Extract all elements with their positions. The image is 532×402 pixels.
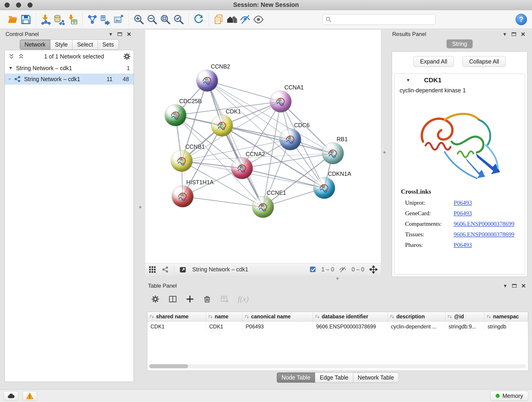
refresh-view-button[interactable] (192, 12, 205, 27)
zoom-in-button[interactable] (132, 12, 146, 27)
table-panel-float-button[interactable] (510, 282, 518, 289)
column-header[interactable]: name (206, 312, 242, 321)
column-header[interactable]: namespac (484, 312, 528, 321)
cell-database-identifier[interactable]: 9606.ENSP00000378699 (313, 322, 388, 332)
import-table-button[interactable] (66, 12, 79, 27)
minimize-window-button[interactable] (16, 2, 21, 7)
network-canvas[interactable]: CCNB2CCNA1CDC25BCDK1CDC6RB1CCNB1CCNA2CDK… (145, 30, 381, 263)
column-header[interactable]: shared name (147, 312, 206, 321)
cell-description[interactable]: cyclin-dependent ... (388, 322, 445, 332)
zoom-window-button[interactable] (27, 2, 32, 7)
crosslink-link-tissues[interactable]: 9606.ENSP00000378699 (454, 231, 514, 238)
crosslink-link-uniprot[interactable]: P06493 (454, 199, 472, 206)
cell-name[interactable]: CDK1 (206, 322, 242, 332)
import-network-file-button[interactable] (39, 12, 52, 27)
move-crosshair-icon[interactable] (369, 266, 378, 273)
string-results-tab[interactable]: String (447, 39, 472, 48)
birds-eye-grid-icon[interactable] (148, 266, 156, 273)
tab-select[interactable]: Select (72, 39, 98, 50)
control-panel-menu-caret-icon[interactable]: ▾ (107, 31, 114, 38)
cell-canonical-name[interactable]: P06493 (242, 322, 313, 332)
network-node-CDC25B[interactable] (165, 104, 186, 126)
save-session-button[interactable] (19, 12, 32, 27)
open-session-button[interactable] (6, 12, 19, 27)
share-network-icon[interactable] (161, 266, 169, 273)
network-overview-button[interactable] (225, 12, 239, 27)
crosslink-link-compartments[interactable]: 9606.ENSP00000378699 (454, 220, 514, 227)
show-columns-icon[interactable] (169, 296, 177, 303)
network-node-CDKN1A[interactable] (313, 177, 335, 199)
network-node-RB1[interactable] (322, 143, 344, 164)
show-all-button[interactable] (252, 12, 265, 27)
crosslink-link-pharos[interactable]: P06493 (454, 242, 472, 249)
table-row[interactable]: CDK1 CDK1 P06493 9606.ENSP00000378699 cy… (147, 322, 528, 332)
table-panel-close-button[interactable] (520, 282, 527, 289)
column-header[interactable]: database identifier (313, 312, 388, 321)
results-panel-float-button[interactable] (510, 31, 518, 38)
collection-expander-icon[interactable]: ▼ (8, 65, 13, 70)
network-node-label-CDC6: CDC6 (294, 122, 310, 128)
splitter-handle[interactable] (383, 151, 386, 153)
add-column-plus-icon[interactable] (186, 296, 194, 303)
warning-status-button[interactable] (22, 391, 37, 401)
network-node-CCNE1[interactable] (252, 196, 274, 218)
hidden-eye-slash-icon[interactable] (339, 266, 346, 273)
zoom-out-button[interactable] (146, 12, 159, 27)
tab-style[interactable]: Style (51, 39, 73, 50)
import-network-database-button[interactable] (52, 12, 66, 27)
network-node-HIST1H1A[interactable] (172, 186, 193, 207)
collapse-all-button[interactable]: Collapse All (462, 56, 506, 67)
network-node-CDK1[interactable] (211, 115, 233, 136)
expand-all-button[interactable]: Expand All (413, 56, 454, 67)
results-panel-close-button[interactable] (519, 31, 527, 38)
control-panel-float-button[interactable] (116, 31, 124, 38)
cell-namespace[interactable]: stringdb (484, 322, 528, 332)
column-header[interactable]: description (388, 312, 445, 321)
horizontal-scrollbar[interactable] (149, 364, 526, 368)
cell-shared-name[interactable]: CDK1 (147, 322, 206, 332)
new-network-button[interactable] (86, 12, 99, 27)
memory-button[interactable]: Memory (490, 391, 528, 401)
scrollbar-thumb[interactable] (149, 364, 188, 368)
control-panel-close-button[interactable] (125, 31, 133, 38)
splitter-handle[interactable] (336, 277, 339, 280)
network-node-CCNA2[interactable] (231, 157, 253, 179)
tab-sets[interactable]: Sets (98, 39, 119, 50)
selected-checkbox-icon[interactable] (310, 266, 317, 273)
export-image-button[interactable] (112, 12, 126, 27)
tab-node-table[interactable]: Node Table (277, 372, 315, 383)
hide-selected-button[interactable] (239, 12, 252, 27)
zoom-selected-button[interactable] (172, 12, 185, 27)
gear-icon[interactable] (123, 53, 131, 60)
column-header[interactable]: canonical name (242, 312, 313, 321)
expand-all-chevrons-icon[interactable] (17, 53, 25, 60)
network-from-table-button[interactable] (99, 12, 112, 27)
close-window-button[interactable] (5, 2, 10, 7)
search-box[interactable] (322, 14, 436, 25)
network-node-CCNB1[interactable] (171, 150, 192, 172)
cloud-status-button[interactable] (4, 391, 18, 401)
tab-network-table[interactable]: Network Table (353, 372, 399, 383)
crosslink-link-genecard[interactable]: P06493 (454, 210, 472, 217)
export-view-icon[interactable] (179, 266, 187, 273)
cell-id[interactable]: stringdb:9... (445, 322, 484, 332)
gene-section-expander-icon[interactable]: ▼ (406, 78, 410, 83)
help-button[interactable]: ? (515, 14, 527, 25)
splitter-handle[interactable] (139, 206, 141, 208)
zoom-fit-button[interactable] (159, 12, 172, 27)
table-panel-menu-caret-icon[interactable]: ▾ (501, 282, 509, 289)
copy-button[interactable] (212, 12, 225, 27)
network-row[interactable]: ● String Network – cdk1 11 48 (5, 74, 133, 85)
network-node-CDC6[interactable] (279, 128, 301, 150)
tab-network[interactable]: Network (20, 39, 51, 50)
tab-edge-table[interactable]: Edge Table (315, 372, 353, 383)
results-panel-menu-caret-icon[interactable]: ▾ (501, 31, 509, 38)
network-node-CCNA1[interactable] (270, 91, 291, 112)
network-collection-row[interactable]: ▼ String Network – cdk1 1 (5, 63, 133, 74)
collapse-all-chevrons-icon[interactable] (7, 53, 15, 60)
table-gear-icon[interactable] (151, 296, 159, 303)
search-input[interactable] (334, 16, 433, 23)
network-node-CCNB2[interactable] (196, 70, 218, 91)
column-header[interactable]: @id (445, 312, 484, 321)
delete-column-trash-icon[interactable] (203, 296, 211, 303)
